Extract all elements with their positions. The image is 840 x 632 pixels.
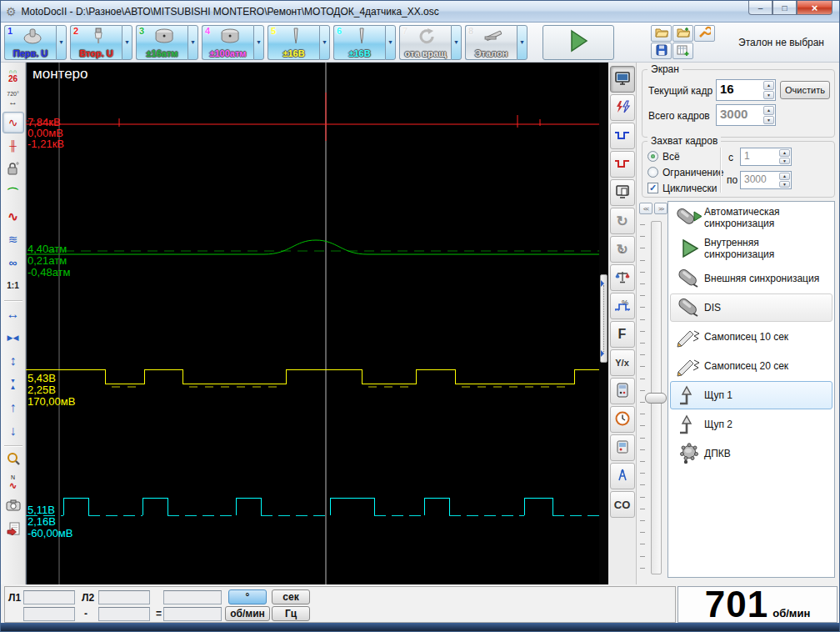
zoom-button[interactable]: [2, 449, 24, 470]
oscilloscope-area[interactable]: монтеро 7,84кВ0,00мВ-1,21кВ4,40атм0,21ат…: [26, 63, 599, 584]
co-measure-button[interactable]: CO: [610, 491, 635, 518]
result-top-field[interactable]: [163, 590, 222, 604]
channel-1-dropdown[interactable]: ▼: [56, 25, 67, 60]
list-slider-thumb[interactable]: [645, 393, 667, 404]
sync-item-probe-2[interactable]: Щуп 2: [670, 410, 832, 439]
channel-3-dropdown[interactable]: ▼: [188, 25, 198, 60]
channel-3-button[interactable]: 3±16атм: [136, 25, 188, 60]
collapse-vertical-button[interactable]: ▼▲: [2, 374, 24, 395]
cycle-2-button[interactable]: ↻2: [610, 236, 635, 263]
rpm-button[interactable]: об/мин: [225, 606, 270, 621]
shift-up-button[interactable]: ↑: [2, 397, 24, 419]
value2-field[interactable]: [98, 607, 150, 621]
minimize-button[interactable]: –: [748, 1, 772, 15]
import-file-button[interactable]: [672, 25, 693, 42]
channel-8-dropdown[interactable]: ▼: [517, 25, 528, 60]
expand-vertical-button[interactable]: ↕: [2, 350, 24, 372]
collapse-horizontal-button[interactable]: ▶◀: [2, 327, 24, 349]
scroll-prev-button[interactable]: <<: [639, 203, 652, 214]
channel-4-dropdown[interactable]: ▼: [253, 25, 264, 60]
l2-field[interactable]: [98, 590, 150, 604]
value1-field[interactable]: [23, 607, 75, 621]
result-field[interactable]: [163, 607, 222, 621]
spin-up-icon[interactable]: ▲: [763, 106, 774, 115]
camera-button[interactable]: [2, 495, 24, 517]
channel-6-dropdown[interactable]: ▼: [385, 25, 396, 60]
export-report-button[interactable]: [2, 519, 24, 540]
capture-limit-radio[interactable]: [648, 167, 658, 178]
sync-item-dpkv[interactable]: ДПКВ: [670, 439, 832, 468]
duty-cycle-button[interactable]: %: [610, 293, 635, 319]
channel-5-button[interactable]: 5±16В: [268, 25, 319, 60]
gas-analyzer-button[interactable]: [610, 463, 635, 489]
slider-top-marker[interactable]: [601, 280, 608, 287]
function-f-button[interactable]: F: [610, 321, 635, 348]
clear-button[interactable]: Очистить: [780, 81, 830, 99]
new-document-button[interactable]: [672, 43, 693, 59]
channel-2-dropdown[interactable]: ▼: [122, 25, 132, 60]
frame-counter-button[interactable]: ∩∩26: [2, 65, 24, 87]
slider-bottom-marker[interactable]: [601, 350, 608, 357]
capture-all-radio[interactable]: [648, 151, 658, 162]
from-spinner[interactable]: 1 ▲ ▼: [740, 148, 792, 166]
sync-item-probe-1[interactable]: Щуп 1: [670, 381, 832, 409]
spin-up-icon[interactable]: ▲: [763, 81, 774, 90]
scroll-next-button[interactable]: >>: [654, 203, 668, 214]
channel-1-button[interactable]: 1Перв. U: [4, 25, 56, 60]
multimeter-button[interactable]: [610, 378, 635, 404]
l1-field[interactable]: [23, 590, 75, 604]
overlay-rings-button[interactable]: ∞: [2, 252, 24, 273]
rotation-720-button[interactable]: 720°↔: [2, 88, 24, 110]
sine-view-button[interactable]: ∿: [2, 205, 24, 227]
negative-pulse-red-button[interactable]: [610, 151, 635, 178]
channel-8-button[interactable]: 8Эталон: [465, 25, 517, 60]
spin-up-icon[interactable]: ▲: [779, 149, 790, 157]
channel-7-button[interactable]: 7ота вращ: [399, 25, 451, 60]
open-file-button[interactable]: [651, 25, 672, 42]
sync-item-recorder-10s[interactable]: Самописец 10 сек: [670, 323, 832, 351]
channel-6-button[interactable]: 6±16В: [333, 25, 385, 60]
sync-item-external-sync[interactable]: Внешняя синхронизация: [670, 264, 832, 293]
to-spinner[interactable]: 3000 ▲ ▼: [740, 171, 792, 189]
arc-sync-button[interactable]: ⌒: [2, 182, 24, 203]
spin-down-icon[interactable]: ▼: [763, 116, 774, 125]
balance-button[interactable]: [610, 264, 635, 291]
waveform-mode-button[interactable]: ∿: [2, 112, 24, 133]
n-wave-button[interactable]: N∿: [2, 472, 24, 494]
settings-button[interactable]: [694, 25, 715, 42]
hz-button[interactable]: Гц: [272, 606, 310, 621]
channel-2-button[interactable]: 2Втор. U: [70, 25, 122, 60]
lock-scale-button[interactable]: [2, 158, 24, 180]
play-button[interactable]: [542, 25, 614, 60]
spin-down-icon[interactable]: ▼: [779, 158, 790, 165]
yx-mode-button[interactable]: Y/x: [610, 349, 635, 376]
cyclic-checkbox[interactable]: ✓: [648, 183, 658, 193]
current-frame-spinner[interactable]: 16 ▲ ▼: [716, 79, 776, 101]
sync-item-recorder-20s[interactable]: Самописец 20 сек: [670, 352, 832, 380]
expand-horizontal-button[interactable]: ↔: [2, 303, 24, 325]
negative-pulse-blue-button[interactable]: [610, 123, 635, 149]
channel-4-button[interactable]: 4±100атм: [202, 25, 253, 60]
channel-position-slider[interactable]: [600, 274, 608, 363]
scale-1-1-button[interactable]: 1:1: [2, 275, 24, 297]
spin-down-icon[interactable]: ▼: [763, 91, 774, 100]
spin-down-icon[interactable]: ▼: [779, 181, 790, 188]
multi-wave-button[interactable]: ≋: [2, 228, 24, 250]
channel-7-dropdown[interactable]: ▼: [451, 25, 462, 60]
screen-mode-button[interactable]: [610, 66, 635, 93]
channel-5-dropdown[interactable]: ▼: [319, 25, 330, 60]
report-board-button[interactable]: [610, 179, 635, 206]
spin-up-icon[interactable]: ▲: [779, 173, 790, 180]
seconds-button[interactable]: сек: [272, 589, 310, 604]
recorder-device-button[interactable]: [610, 434, 635, 461]
total-frames-spinner[interactable]: 3000 ▲ ▼: [716, 104, 776, 126]
shift-down-button[interactable]: ↓: [2, 420, 24, 442]
save-button[interactable]: [651, 43, 672, 59]
maximize-button[interactable]: □: [772, 1, 797, 15]
close-button[interactable]: ×: [797, 1, 832, 15]
cycle-1-button[interactable]: ↻: [610, 208, 635, 234]
sync-item-internal-sync[interactable]: Внутренняя синхронизация: [670, 233, 832, 263]
degrees-button[interactable]: °: [228, 589, 267, 604]
timer-button[interactable]: [610, 406, 635, 433]
sync-item-dis-sync[interactable]: DIS: [670, 293, 832, 322]
